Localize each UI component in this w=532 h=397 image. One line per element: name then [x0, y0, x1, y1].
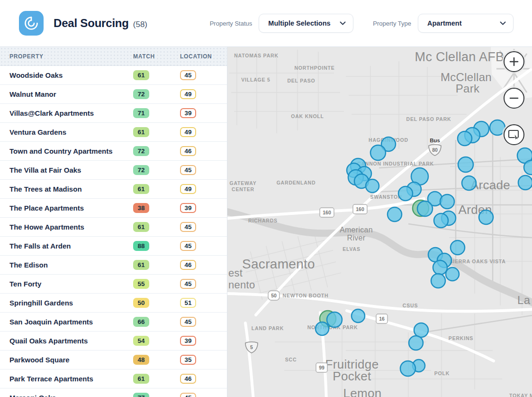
property-marker[interactable] [316, 322, 329, 335]
table-row[interactable]: Quail Oaks Apartments5439 [0, 332, 227, 351]
app-logo [19, 11, 44, 36]
map-label: CENTER [232, 186, 254, 192]
svg-text:50: 50 [271, 293, 277, 298]
table-row[interactable]: Woodside Oaks6145 [0, 66, 227, 85]
map-label: Sacramento [242, 257, 315, 271]
map-label: American [340, 226, 373, 234]
property-marker[interactable] [440, 194, 454, 209]
property-marker[interactable] [327, 312, 342, 327]
map-label: DEL PASO [287, 78, 315, 83]
svg-text:160: 160 [323, 210, 331, 215]
svg-text:160: 160 [356, 206, 364, 212]
match-badge: 38 [133, 203, 149, 213]
swirl-logo-icon [24, 16, 39, 31]
map-canvas[interactable]: NATOMAS PARKNORTHPOINTEVILLAGE 5DEL PASO… [227, 47, 532, 397]
map-label: LAND PARK [252, 325, 284, 331]
property-marker[interactable] [431, 274, 445, 288]
property-marker[interactable] [400, 361, 415, 376]
property-marker[interactable] [458, 131, 472, 146]
location-badge: 49 [180, 89, 196, 100]
route-shield: 16 [376, 314, 388, 323]
table-row[interactable]: The Place Apartments3839 [0, 199, 227, 218]
property-marker[interactable] [414, 323, 428, 337]
table-row[interactable]: Springhill Gardens5051 [0, 294, 227, 313]
table-row[interactable]: Villas@Clark Apartments7139 [0, 104, 227, 123]
property-name: Ten Forty [9, 280, 133, 288]
route-shield: 80Bus [429, 138, 441, 156]
property-name: The Falls at Arden [9, 242, 133, 250]
table-row[interactable]: Parkwood Square4835 [0, 351, 227, 369]
match-badge: 72 [133, 146, 149, 157]
property-marker[interactable] [388, 207, 402, 222]
property-marker[interactable] [479, 210, 493, 224]
property-name: The Edison [9, 261, 133, 269]
property-marker[interactable] [370, 145, 386, 160]
location-badge: 45 [180, 317, 196, 327]
map-label: ELVAS [343, 246, 360, 252]
map-label: River [347, 234, 366, 242]
property-marker[interactable] [352, 309, 365, 323]
property-name: Town and Country Apartments [9, 147, 133, 155]
location-badge: 39 [180, 336, 196, 346]
match-badge: 61 [133, 184, 149, 194]
property-marker[interactable] [446, 268, 459, 281]
zoom-in-button[interactable] [504, 51, 524, 72]
match-badge: 61 [133, 374, 149, 384]
deal-sourcing-app: Deal Sourcing (58) Property Status Multi… [0, 0, 532, 397]
table-row[interactable]: The Trees at Madison6149 [0, 180, 227, 199]
map-label: Park [456, 82, 480, 95]
table-row[interactable]: Walnut Manor7249 [0, 85, 227, 104]
property-marker[interactable] [398, 186, 413, 201]
map-label: SCC [285, 357, 297, 362]
property-status-value: Multiple Selections [268, 19, 330, 27]
property-marker[interactable] [433, 260, 447, 275]
chevron-down-icon [340, 21, 346, 25]
route-shield: 99 [316, 363, 327, 372]
table-row[interactable]: Park Terrace Apartments6146 [0, 369, 227, 388]
box-select-icon [508, 129, 520, 140]
match-badge: 54 [133, 336, 149, 346]
property-marker[interactable] [462, 176, 476, 190]
property-name: Woodside Oaks [9, 71, 133, 79]
property-status-select[interactable]: Multiple Selections [259, 14, 353, 33]
table-row[interactable]: Ventura Gardens6149 [0, 123, 227, 142]
match-badge: 50 [133, 298, 149, 308]
map-label: RICHARDS [248, 218, 278, 223]
table-row[interactable]: Town and Country Apartments7246 [0, 142, 227, 161]
property-marker[interactable] [409, 336, 423, 350]
table-row[interactable]: The Falls at Arden8845 [0, 237, 227, 256]
property-name: The Howe Apartments [9, 223, 133, 231]
property-marker[interactable] [490, 120, 505, 135]
map-label: McClellan [441, 71, 492, 83]
table-row[interactable]: The Villa at Fair Oaks7245 [0, 161, 227, 180]
match-badge: 48 [133, 355, 149, 365]
property-marker[interactable] [417, 201, 433, 216]
minus-icon [508, 92, 520, 104]
table-row[interactable]: Marconi Oaks7745 [0, 388, 227, 397]
location-badge: 45 [180, 393, 196, 397]
match-badge: 61 [133, 222, 149, 232]
property-marker[interactable] [458, 157, 473, 172]
property-name: Springhill Gardens [9, 299, 133, 307]
map-label: CANNON INDUSTRIAL PARK [357, 161, 434, 166]
table-row[interactable]: Ten Forty5545 [0, 275, 227, 294]
table-row[interactable]: San Joaquin Apartments6645 [0, 313, 227, 332]
box-select-button[interactable] [504, 124, 524, 145]
property-name: Ventura Gardens [9, 128, 133, 136]
table-row[interactable]: The Edison6146 [0, 256, 227, 275]
plus-icon [508, 56, 520, 67]
map[interactable]: NATOMAS PARKNORTHPOINTEVILLAGE 5DEL PASO… [227, 47, 532, 397]
location-badge: 46 [180, 374, 196, 384]
property-marker[interactable] [434, 213, 448, 228]
page-title: Deal Sourcing [54, 17, 129, 30]
svg-text:99: 99 [319, 365, 325, 370]
property-status-label: Property Status [210, 20, 252, 27]
property-marker[interactable] [366, 179, 379, 193]
property-marker[interactable] [451, 240, 465, 255]
zoom-out-button[interactable] [504, 88, 524, 109]
property-type-select[interactable]: Apartment [418, 14, 514, 33]
property-marker[interactable] [518, 175, 532, 190]
table-header: PROPERTY MATCH LOCATION [0, 47, 227, 66]
location-badge: 45 [180, 70, 196, 81]
table-row[interactable]: The Howe Apartments6145 [0, 218, 227, 237]
